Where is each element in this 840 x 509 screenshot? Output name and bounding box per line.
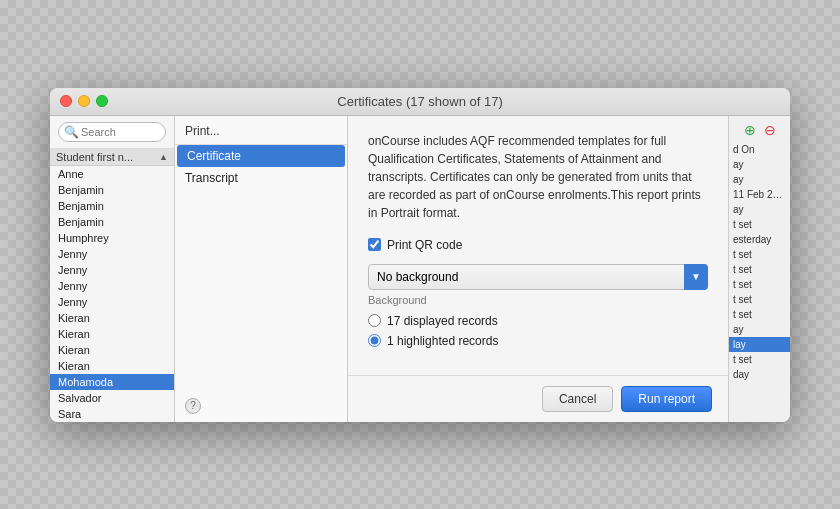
print-qr-checkbox[interactable] [368, 238, 381, 251]
student-item[interactable]: Mohamoda [50, 374, 174, 390]
student-item[interactable]: Jenny [50, 246, 174, 262]
titlebar: Certificates (17 shown of 17) [50, 88, 790, 116]
right-list-item[interactable]: t set [729, 217, 790, 232]
records-radio[interactable] [368, 314, 381, 327]
right-list-item[interactable]: ay [729, 202, 790, 217]
traffic-lights [60, 95, 108, 107]
student-item[interactable]: Kieran [50, 358, 174, 374]
student-item[interactable]: Jenny [50, 278, 174, 294]
right-top-icons: ⊕ ⊖ [742, 122, 778, 138]
records-option-row: 17 displayed records [368, 314, 708, 328]
cancel-button[interactable]: Cancel [542, 386, 613, 412]
close-button[interactable] [60, 95, 72, 107]
student-item[interactable]: Benjamin [50, 198, 174, 214]
records-options: 17 displayed records1 highlighted record… [368, 314, 708, 348]
search-icon: 🔍 [64, 125, 79, 139]
dropdown-wrap: No backgroundCustom background ▼ [368, 264, 708, 290]
right-list: d Onayay11 Feb 2011ayt setesterdayt sett… [729, 142, 790, 422]
main-panel: onCourse includes AQF recommended templa… [348, 116, 728, 422]
column-header-label: Student first n... [56, 151, 133, 163]
background-label: Background [368, 294, 708, 306]
right-list-item[interactable]: t set [729, 352, 790, 367]
bottom-buttons: Cancel Run report [348, 375, 728, 422]
student-item[interactable]: Sara [50, 406, 174, 422]
main-window: Certificates (17 shown of 17) 🔍 Student … [50, 88, 790, 422]
records-radio[interactable] [368, 334, 381, 347]
right-list-item[interactable]: t set [729, 307, 790, 322]
middle-panel: Print... CertificateTranscript ? [175, 116, 348, 422]
student-item[interactable]: Kieran [50, 310, 174, 326]
add-icon[interactable]: ⊕ [742, 122, 758, 138]
right-list-item[interactable]: d On [729, 142, 790, 157]
background-dropdown-row: No backgroundCustom background ▼ [368, 264, 708, 290]
window-title: Certificates (17 shown of 17) [337, 94, 502, 109]
remove-icon[interactable]: ⊖ [762, 122, 778, 138]
student-item[interactable]: Anne [50, 166, 174, 182]
student-item[interactable]: Jenny [50, 294, 174, 310]
student-item[interactable]: Humphrey [50, 230, 174, 246]
right-list-item[interactable]: t set [729, 292, 790, 307]
help-icon[interactable]: ? [185, 398, 201, 414]
right-list-item[interactable]: t set [729, 262, 790, 277]
right-panel: ⊕ ⊖ d Onayay11 Feb 2011ayt setesterdayt … [728, 116, 790, 422]
maximize-button[interactable] [96, 95, 108, 107]
student-item[interactable]: Jenny [50, 262, 174, 278]
records-radio-label: 17 displayed records [387, 314, 498, 328]
right-list-item[interactable]: t set [729, 277, 790, 292]
right-list-item[interactable]: 11 Feb 2011 [729, 187, 790, 202]
column-header[interactable]: Student first n... ▲ [50, 149, 174, 166]
right-list-item[interactable]: lay [729, 337, 790, 352]
print-header: Print... [175, 116, 347, 145]
student-list: AnneBenjaminBenjaminBenjaminHumphreyJenn… [50, 166, 174, 422]
student-item[interactable]: Kieran [50, 342, 174, 358]
right-list-item[interactable]: esterday [729, 232, 790, 247]
student-item[interactable]: Kieran [50, 326, 174, 342]
right-list-item[interactable]: ay [729, 157, 790, 172]
student-item[interactable]: Salvador [50, 390, 174, 406]
search-box: 🔍 [50, 116, 174, 149]
print-qr-row: Print QR code [368, 238, 708, 252]
main-content: onCourse includes AQF recommended templa… [348, 116, 728, 375]
window-content: 🔍 Student first n... ▲ AnneBenjaminBenja… [50, 116, 790, 422]
left-panel: 🔍 Student first n... ▲ AnneBenjaminBenja… [50, 116, 175, 422]
run-report-button[interactable]: Run report [621, 386, 712, 412]
right-list-item[interactable]: t set [729, 247, 790, 262]
search-wrap: 🔍 [58, 122, 166, 142]
records-option-row: 1 highlighted records [368, 334, 708, 348]
description-text: onCourse includes AQF recommended templa… [368, 132, 708, 222]
minimize-button[interactable] [78, 95, 90, 107]
report-item[interactable]: Transcript [175, 167, 347, 189]
right-list-item[interactable]: ay [729, 322, 790, 337]
report-item[interactable]: Certificate [177, 145, 345, 167]
student-item[interactable]: Benjamin [50, 214, 174, 230]
sort-arrow-icon: ▲ [159, 152, 168, 162]
right-list-item[interactable]: day [729, 367, 790, 382]
records-radio-label: 1 highlighted records [387, 334, 498, 348]
bottom-toolbar-left: ? [175, 390, 347, 422]
student-item[interactable]: Benjamin [50, 182, 174, 198]
right-list-item[interactable]: ay [729, 172, 790, 187]
background-select[interactable]: No backgroundCustom background [368, 264, 708, 290]
report-list: CertificateTranscript [175, 145, 347, 390]
print-qr-label: Print QR code [387, 238, 462, 252]
